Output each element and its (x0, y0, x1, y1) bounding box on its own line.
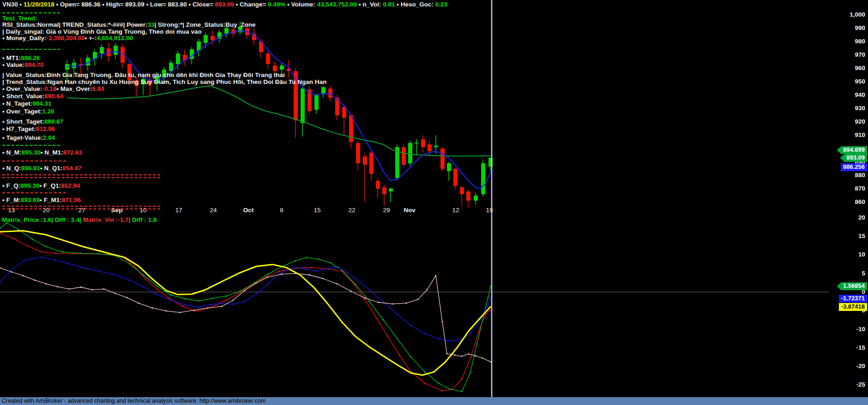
candle-body (376, 181, 380, 189)
oscillator-dot-pink (166, 310, 167, 312)
oscillator-dot-blue (487, 306, 488, 308)
oscillator-line-red (0, 233, 491, 391)
oscillator-dot-red (13, 238, 15, 239)
oscillator-dot-red (223, 301, 225, 302)
indicator-text-line: Test_Trend: (2, 15, 37, 22)
oscillator-dot-blue (85, 268, 86, 269)
indicator-text-segment: 912.96 (36, 125, 55, 132)
oscillator-dot-pink (378, 302, 380, 303)
indicator-text-segment: • N_Q1: (40, 165, 62, 172)
price-axis-value-tag: 886.256 (841, 163, 867, 171)
separator-double-line (2, 174, 160, 178)
candle-body (314, 95, 319, 110)
indicator-text-line: • Value:894.70 (2, 61, 44, 68)
price-axis-tick-label: 860 (855, 198, 865, 205)
indicator-text-segment: • F_Q1: (40, 182, 61, 189)
oscillator-dot-pink (417, 299, 419, 300)
indicator-text-line: | Daily_singal: Giá o Vùng Đinh Gia Tang… (2, 28, 202, 35)
oscillator-dot-green (46, 246, 47, 247)
indicator-text-line: | Trend_Status:Ngan Han chuyên tu Xu Huo… (2, 78, 326, 85)
candle-body (481, 163, 485, 194)
oscillator-dot-blue (157, 294, 158, 295)
candle-body (321, 87, 326, 94)
price-chart-canvas[interactable] (0, 0, 868, 405)
oscillator-dot-green (32, 238, 33, 240)
oscillator-dot-red (399, 355, 400, 356)
ohlc-header-segment: 43,543,752.00 (317, 1, 357, 8)
ohlc-header-segment: 886.36 (81, 1, 100, 8)
oscillator-dot-green (488, 297, 489, 298)
indicator-text-segment: 872.63 (63, 149, 82, 156)
oscillator-dot-green (424, 371, 426, 373)
oscillator-dot-pink (103, 288, 105, 290)
oscillator-dot-green (198, 300, 199, 302)
indicator-text-segment: 854.47 (62, 165, 81, 172)
ohlc-header: VN30 • 11/20/2018 • Open= 886.36 • High=… (2, 1, 447, 8)
oscillator-dot-blue (355, 278, 356, 280)
oscillator-dot-blue (11, 269, 12, 270)
price-axis-tick-label: 960 (855, 65, 865, 71)
oscillator-dot-pink (11, 271, 12, 273)
indicator-text-segment: 894.70 (24, 61, 43, 68)
indicator-text-segment: • Money_Daily: (2, 35, 47, 42)
date-axis-label: 19 (486, 207, 493, 214)
oscillator-dot-red (470, 357, 472, 358)
date-axis-label: 15 (313, 207, 320, 214)
indicator-text-segment: • Max_Over: (56, 85, 92, 92)
candle-body (440, 149, 445, 169)
oscillator-dot-blue (221, 303, 223, 304)
matrix-segment: Matrix_Vol :-1.7| (81, 216, 130, 223)
ohlc-header-segment: 0.49% (268, 1, 285, 8)
oscillator-line-green (0, 223, 491, 391)
date-axis-label: 24 (210, 207, 217, 214)
oscillator-dot-red (27, 245, 29, 247)
price-axis-tick-label: 1,000 (850, 11, 865, 18)
oscillator-dot-red (311, 267, 313, 268)
oscillator-axis-value-tag: -1.72371 (839, 295, 867, 303)
oscillator-dot-pink (152, 307, 153, 309)
oscillator-dot-red (279, 271, 280, 272)
oscillator-dot-red (485, 314, 487, 315)
oscillator-dot-blue (327, 268, 329, 269)
indicator-text-segment: -3,368,304.00 (47, 35, 85, 42)
oscillator-dot-pink (475, 355, 476, 357)
oscillator-dot-red (55, 253, 56, 254)
oscillator-dot-blue (316, 271, 317, 272)
oscillator-dot-green (461, 391, 463, 392)
oscillator-dot-green (157, 286, 158, 287)
oscillator-dot-blue (143, 286, 144, 287)
oscillator-dot-red (133, 265, 135, 267)
oscillator-dot-red (73, 253, 75, 255)
indicator-text-line: • Over_Value:-0.18• Max_Over:6.84 (2, 85, 104, 92)
ohlc-header-segment: 893.09 (215, 1, 234, 8)
indicator-text-segment: Test_Trend: (2, 15, 37, 22)
oscillator-dot-green (184, 298, 186, 299)
candle-body (273, 66, 277, 71)
indicator-text-segment: 871.06 (62, 197, 81, 203)
ohlc-header-segment: 11/20/2018 (24, 1, 54, 8)
indicator-text-line: RSI_Status:Normal| TREND_Status:*-###| P… (2, 21, 256, 28)
indicator-text-segment: | Daily_singal: Giá o Vùng Đinh Gia Tang… (2, 28, 202, 35)
oscillator-dot-green (267, 274, 269, 275)
oscillator-dot-blue (55, 259, 56, 261)
price-axis-tick-label: 870 (855, 185, 865, 192)
oscillator-dot-blue (25, 259, 26, 261)
oscillator-dot-green (397, 338, 398, 339)
oscillator-dot-blue (244, 301, 246, 303)
oscillator-dot-green (470, 373, 471, 375)
oscillator-dot-red (364, 299, 366, 300)
oscillator-dot-green (318, 259, 319, 260)
oscillator-dot-blue (41, 256, 42, 258)
candle-body (169, 63, 173, 71)
indicator-text-segment: 895.30 (20, 182, 39, 189)
oscillator-dot-blue (450, 340, 451, 342)
oscillator-dot-red (182, 305, 183, 307)
oscillator-dot-green (330, 262, 331, 263)
indicator-text-line: • N_Taget:904.31 (2, 100, 52, 107)
date-axis-label: 29 (383, 207, 390, 214)
indicator-text-segment: 899.87 (44, 118, 63, 125)
indicator-text-segment: -0.18 (42, 85, 57, 92)
oscillator-dot-blue (198, 307, 199, 308)
oscillator-dot-pink (454, 355, 456, 356)
price-axis-tick-label: 920 (855, 118, 865, 125)
